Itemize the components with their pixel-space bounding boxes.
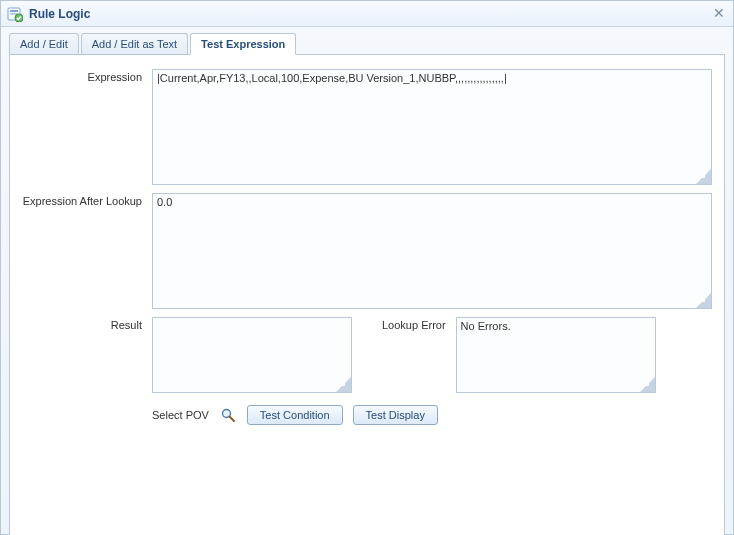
tabstrip: Add / Edit Add / Edit as Text Test Expre… (1, 27, 733, 54)
test-display-button[interactable]: Test Display (353, 405, 438, 425)
expression-after-lookup-input[interactable] (152, 193, 712, 309)
titlebar: Rule Logic ✕ (1, 1, 733, 27)
test-condition-button[interactable]: Test Condition (247, 405, 343, 425)
select-pov-label: Select POV (152, 409, 209, 421)
lookup-error-label: Lookup Error (382, 317, 456, 393)
close-icon[interactable]: ✕ (713, 5, 725, 21)
tab-add-edit[interactable]: Add / Edit (9, 33, 79, 55)
svg-rect-1 (10, 10, 18, 12)
test-expression-panel: Expression Expression After Lookup Resul… (9, 54, 725, 535)
action-row: Select POV Test Condition Test Display (152, 405, 712, 425)
expression-after-lookup-label: Expression After Lookup (22, 193, 152, 207)
lookup-error-input[interactable] (456, 317, 656, 393)
rule-logic-icon (7, 6, 23, 22)
svg-line-5 (229, 417, 234, 422)
expression-label: Expression (22, 69, 152, 83)
window-title: Rule Logic (29, 7, 90, 21)
tab-test-expression[interactable]: Test Expression (190, 33, 296, 55)
search-icon[interactable] (219, 406, 237, 424)
result-input[interactable] (152, 317, 352, 393)
expression-input[interactable] (152, 69, 712, 185)
tab-add-edit-as-text[interactable]: Add / Edit as Text (81, 33, 188, 55)
result-label: Result (22, 317, 152, 393)
rule-logic-dialog: Rule Logic ✕ Add / Edit Add / Edit as Te… (0, 0, 734, 535)
